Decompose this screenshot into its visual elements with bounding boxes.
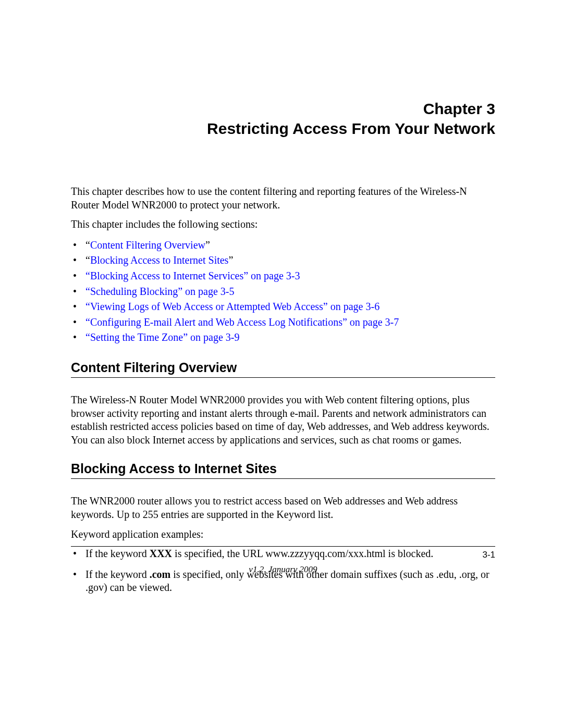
toc-item: “Viewing Logs of Web Access or Attempted… <box>71 299 495 315</box>
section-heading-content-filtering: Content Filtering Overview <box>71 360 495 378</box>
toc-quote-open: “ <box>85 239 90 251</box>
toc-list: “Content Filtering Overview” “Blocking A… <box>71 238 495 346</box>
toc-link[interactable]: Content Filtering Overview <box>90 239 205 251</box>
toc-item: “Scheduling Blocking” on page 3-5 <box>71 284 495 300</box>
toc-quote-open: “ <box>85 254 90 266</box>
toc-item: “Setting the Time Zone” on page 3-9 <box>71 330 495 346</box>
toc-quote-close: ” <box>205 239 210 251</box>
toc-quote-close: ” <box>228 254 233 266</box>
toc-link[interactable]: “Setting the Time Zone” on page 3-9 <box>85 331 240 343</box>
page-footer: 3-1 v1.2, January 2009 <box>71 546 495 575</box>
section1-paragraph: The Wireless-N Router Model WNR2000 prov… <box>71 393 495 447</box>
intro-paragraph-1: This chapter describes how to use the co… <box>71 185 495 212</box>
chapter-label: Chapter 3 <box>71 99 495 119</box>
toc-link[interactable]: “Configuring E-mail Alert and Web Access… <box>85 316 399 328</box>
toc-item: “Content Filtering Overview” <box>71 238 495 253</box>
toc-item: “Configuring E-mail Alert and Web Access… <box>71 315 495 330</box>
toc-link[interactable]: Blocking Access to Internet Sites <box>90 254 229 266</box>
section2-paragraph-2: Keyword application examples: <box>71 528 495 541</box>
section2-paragraph-1: The WNR2000 router allows you to restric… <box>71 495 495 521</box>
page-number: 3-1 <box>71 550 495 560</box>
toc-link[interactable]: “Blocking Access to Internet Services” o… <box>85 270 300 281</box>
toc-item: “Blocking Access to Internet Sites” <box>71 253 495 268</box>
section-heading-blocking-sites: Blocking Access to Internet Sites <box>71 461 495 479</box>
toc-item: “Blocking Access to Internet Services” o… <box>71 268 495 284</box>
chapter-title: Restricting Access From Your Network <box>71 119 495 139</box>
toc-link[interactable]: “Viewing Logs of Web Access or Attempted… <box>85 301 380 312</box>
chapter-header: Chapter 3 Restricting Access From Your N… <box>71 99 495 138</box>
document-page: Chapter 3 Restricting Access From Your N… <box>0 0 563 602</box>
toc-link[interactable]: “Scheduling Blocking” on page 3-5 <box>85 286 235 297</box>
version-date: v1.2, January 2009 <box>71 564 495 575</box>
intro-paragraph-2: This chapter includes the following sect… <box>71 218 495 231</box>
